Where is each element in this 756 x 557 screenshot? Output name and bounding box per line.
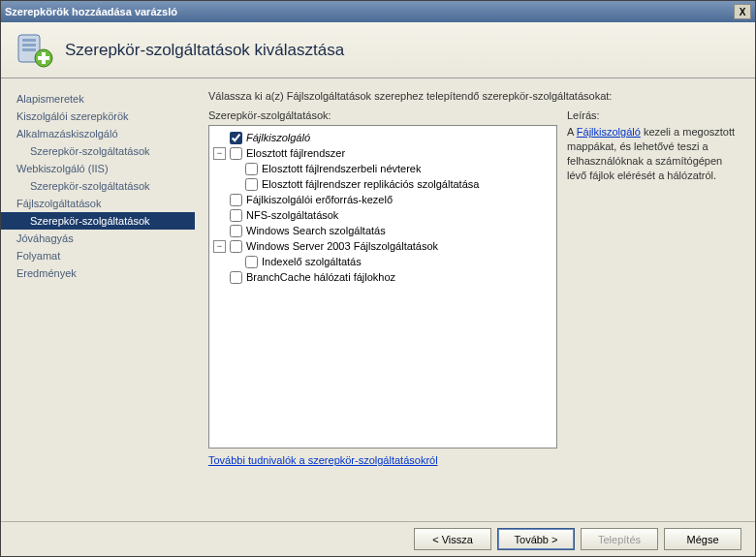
tree-item-label: NFS-szolgáltatások (246, 209, 338, 221)
more-info-link[interactable]: További tudnivalók a szerepkör-szolgálta… (208, 454, 557, 466)
tree-item[interactable]: Elosztott fájlrendszer replikációs szolg… (211, 176, 554, 192)
nav-item[interactable]: Eredmények (1, 264, 195, 282)
window-title: Szerepkörök hozzáadása varázsló (5, 6, 734, 17)
tree-column: Szerepkör-szolgáltatások: Fájlkiszolgáló… (208, 109, 557, 466)
nav-sidebar: AlapismeretekKiszolgálói szerepkörökAlka… (1, 78, 195, 522)
desc-prefix: A (567, 126, 577, 138)
role-checkbox[interactable] (245, 163, 258, 175)
previous-button[interactable]: < Vissza (414, 528, 491, 550)
nav-item[interactable]: Alkalmazáskiszolgáló (1, 125, 195, 142)
close-icon: X (740, 7, 746, 17)
tree-item-label: Windows Server 2003 Fájlszolgáltatások (246, 240, 438, 252)
content-area: Válassza ki a(z) Fájlszolgáltatások szer… (195, 78, 755, 522)
description-text: A Fájlkiszolgáló kezeli a megosztott map… (567, 125, 741, 182)
collapse-icon[interactable]: − (213, 240, 226, 253)
tree-item-label: Elosztott fájlrendszerbeli névterek (262, 163, 421, 174)
description-label: Leírás: (567, 109, 741, 121)
nav-item[interactable]: Jóváhagyás (1, 230, 195, 247)
nav-item[interactable]: Alapismeretek (1, 90, 195, 108)
wizard-window: Szerepkörök hozzáadása varázsló X Szerep… (0, 0, 756, 557)
tree-item-label: Indexelő szolgáltatás (262, 256, 362, 267)
wizard-body: AlapismeretekKiszolgálói szerepkörökAlka… (1, 78, 755, 522)
tree-item[interactable]: Fájlkiszolgáló (211, 130, 554, 145)
nav-item[interactable]: Kiszolgálói szerepkörök (1, 108, 195, 125)
tree-item-label: Windows Search szolgáltatás (246, 225, 386, 236)
next-button[interactable]: Tovább > (497, 528, 575, 550)
page-title: Szerepkör-szolgáltatások kiválasztása (65, 41, 344, 60)
tree-label: Szerepkör-szolgáltatások: (208, 109, 557, 121)
nav-item[interactable]: Szerepkör-szolgáltatások (1, 177, 195, 195)
install-button[interactable]: Telepítés (581, 528, 658, 550)
role-services-tree[interactable]: Fájlkiszolgáló−Elosztott fájlrendszerElo… (208, 125, 557, 449)
tree-item[interactable]: Fájlkiszolgálói erőforrás-kezelő (211, 192, 554, 207)
role-checkbox[interactable] (230, 240, 242, 253)
tree-item[interactable]: −Elosztott fájlrendszer (211, 145, 554, 161)
desc-link[interactable]: Fájlkiszolgáló (577, 126, 641, 138)
content-row: Szerepkör-szolgáltatások: Fájlkiszolgáló… (208, 109, 741, 466)
role-checkbox[interactable] (245, 178, 258, 191)
svg-rect-3 (22, 48, 36, 51)
collapse-icon[interactable]: − (213, 147, 226, 160)
role-checkbox[interactable] (230, 147, 242, 160)
role-checkbox[interactable] (230, 132, 242, 144)
tree-item[interactable]: Windows Search szolgáltatás (211, 223, 554, 238)
svg-rect-1 (22, 39, 36, 42)
nav-item[interactable]: Szerepkör-szolgáltatások (1, 142, 195, 160)
role-checkbox[interactable] (230, 194, 242, 206)
tree-item-label: BranchCache hálózati fájlokhoz (246, 271, 395, 283)
role-checkbox[interactable] (230, 209, 242, 222)
cancel-button[interactable]: Mégse (664, 528, 741, 550)
tree-item[interactable]: −Windows Server 2003 Fájlszolgáltatások (211, 238, 554, 254)
tree-item-label: Elosztott fájlrendszer (246, 147, 345, 159)
tree-item-label: Fájlkiszolgálói erőforrás-kezelő (246, 194, 393, 205)
close-button[interactable]: X (734, 4, 751, 19)
titlebar: Szerepkörök hozzáadása varázsló X (1, 1, 755, 22)
nav-item[interactable]: Webkiszolgáló (IIS) (1, 160, 195, 177)
instruction-text: Válassza ki a(z) Fájlszolgáltatások szer… (208, 90, 741, 102)
wizard-icon (15, 31, 53, 70)
wizard-header: Szerepkör-szolgáltatások kiválasztása (1, 22, 755, 78)
tree-item[interactable]: Elosztott fájlrendszerbeli névterek (211, 161, 554, 176)
tree-item[interactable]: NFS-szolgáltatások (211, 207, 554, 223)
tree-item[interactable]: Indexelő szolgáltatás (211, 254, 554, 269)
description-column: Leírás: A Fájlkiszolgáló kezeli a megosz… (567, 109, 741, 466)
role-checkbox[interactable] (245, 256, 258, 268)
svg-rect-6 (38, 56, 49, 60)
role-checkbox[interactable] (230, 225, 242, 237)
nav-item[interactable]: Szerepkör-szolgáltatások (1, 212, 195, 230)
wizard-footer: < Vissza Tovább > Telepítés Mégse (1, 521, 755, 556)
tree-item-label: Fájlkiszolgáló (246, 132, 310, 143)
tree-item[interactable]: BranchCache hálózati fájlokhoz (211, 269, 554, 285)
role-checkbox[interactable] (230, 271, 242, 284)
tree-item-label: Elosztott fájlrendszer replikációs szolg… (262, 178, 479, 190)
svg-rect-2 (22, 44, 36, 46)
nav-item[interactable]: Folyamat (1, 247, 195, 264)
nav-item[interactable]: Fájlszolgáltatások (1, 195, 195, 212)
